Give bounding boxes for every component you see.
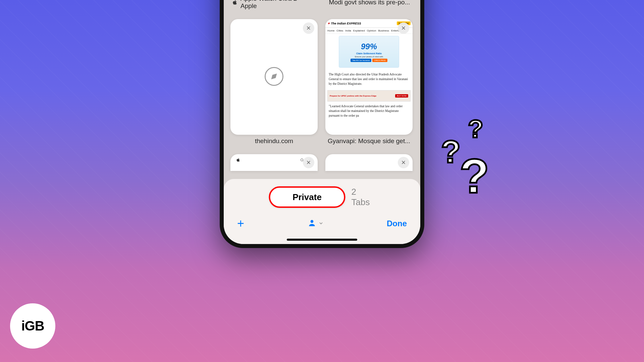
upsc-banner: Prepare for UPSC prelims with the Expres… bbox=[327, 90, 411, 102]
tab-thumbnail[interactable]: × bbox=[325, 154, 413, 171]
ad-line: Ensure your peace of mind with bbox=[355, 56, 383, 58]
close-icon: × bbox=[401, 158, 406, 167]
ad-headline: 99% bbox=[361, 42, 377, 51]
close-tab-button[interactable]: × bbox=[398, 157, 409, 168]
close-tab-button[interactable]: × bbox=[303, 22, 314, 34]
iphone-frame: Apple Watch Ultra 2 - Apple Modi govt sh… bbox=[220, 0, 424, 248]
igb-logo-badge: iGB bbox=[10, 303, 55, 349]
chevron-down-icon bbox=[318, 220, 324, 228]
tab-groups-sheet: Private 2 Tabs + Done bbox=[224, 179, 420, 244]
article-paragraph: "Learned Advocate General undertakes tha… bbox=[325, 103, 413, 121]
article-paragraph: The High Court also directed the Uttar P… bbox=[325, 70, 413, 89]
tab-overview-grid: Apple Watch Ultra 2 - Apple Modi govt sh… bbox=[230, 0, 414, 171]
indian-express-logo: ✦ The Indian EXPRESS bbox=[327, 22, 361, 25]
profile-menu-button[interactable] bbox=[308, 219, 324, 229]
close-icon: × bbox=[307, 24, 311, 33]
close-tab-button[interactable]: × bbox=[398, 22, 409, 34]
person-icon bbox=[308, 219, 316, 229]
private-tab-group-button[interactable]: Private bbox=[269, 186, 345, 208]
bottom-toolbar: + Done bbox=[224, 215, 420, 232]
tab-thumbnail[interactable]: × bbox=[230, 154, 318, 171]
iphone-screen: Apple Watch Ultra 2 - Apple Modi govt sh… bbox=[224, 0, 420, 244]
svg-point-3 bbox=[310, 220, 313, 223]
close-icon: × bbox=[401, 24, 406, 33]
nav-item: Opinion bbox=[367, 29, 376, 32]
tab-thumbnail[interactable]: × ✦ The Indian EXPRESS Subscribe Home Ci… bbox=[325, 19, 414, 147]
new-tab-button[interactable]: + bbox=[237, 217, 244, 231]
home-indicator[interactable] bbox=[287, 239, 357, 241]
private-label: Private bbox=[292, 192, 322, 202]
ad-banner: 99% Claim Settlement Ratio Ensure your p… bbox=[339, 36, 399, 68]
nav-item: Business bbox=[378, 29, 389, 32]
nav-item: India bbox=[345, 29, 351, 32]
nav-item: Cities bbox=[336, 29, 343, 32]
ad-button: CHECK PRICE bbox=[372, 59, 387, 62]
tab-title: Modi govt shows its pre-po... bbox=[329, 0, 410, 6]
ad-button: Tata AIG Car Insurance bbox=[351, 59, 371, 62]
buy-now-button: BUY NOW bbox=[395, 94, 408, 98]
svg-point-1 bbox=[301, 159, 303, 161]
ad-line: Claim Settlement Ratio bbox=[356, 52, 382, 55]
tab-group-selector[interactable]: Private 2 Tabs bbox=[269, 186, 375, 208]
tab-thumbnail[interactable]: × thehindu.com bbox=[230, 19, 319, 147]
tabs-count-group-button[interactable]: 2 Tabs bbox=[351, 187, 375, 207]
nav-item: Home bbox=[327, 29, 334, 32]
safari-compass-icon bbox=[264, 67, 284, 87]
tab-title-row[interactable]: Modi govt shows its pre-po... bbox=[325, 0, 414, 12]
plus-icon: + bbox=[237, 217, 244, 230]
close-tab-button[interactable]: × bbox=[303, 157, 314, 168]
tab-title: Gyanvapi: Mosque side get... bbox=[325, 135, 413, 147]
apple-logo-icon bbox=[232, 0, 238, 5]
nav-item: Explained bbox=[353, 29, 365, 32]
tab-title-row[interactable]: Apple Watch Ultra 2 - Apple bbox=[230, 0, 319, 12]
apple-logo-icon bbox=[236, 158, 240, 163]
close-icon: × bbox=[307, 158, 311, 167]
done-button[interactable]: Done bbox=[387, 219, 407, 228]
tab-title: thehindu.com bbox=[230, 135, 318, 147]
igb-text: iGB bbox=[21, 318, 44, 334]
tab-title: Apple Watch Ultra 2 - Apple bbox=[240, 0, 317, 10]
